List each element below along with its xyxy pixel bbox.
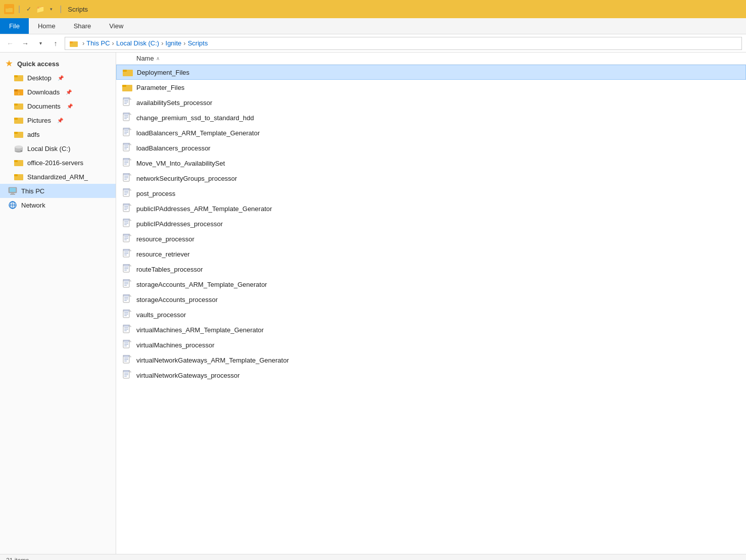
sidebar-adfs-label: adfs xyxy=(27,131,40,138)
sidebar-arm-label: Standardized_ARM_ xyxy=(27,173,88,181)
sidebar-network-label: Network xyxy=(21,201,45,209)
table-row[interactable]: virtualMachines_ARM_Template_Generator xyxy=(116,322,746,337)
sidebar-item-network[interactable]: Network xyxy=(0,198,116,212)
sort-indicator: ∧ xyxy=(156,56,160,61)
sidebar-pictures-label: Pictures xyxy=(27,117,51,124)
sidebar-item-thispc[interactable]: This PC xyxy=(0,184,116,198)
table-row[interactable]: loadBalancers_ARM_Template_Generator xyxy=(116,125,746,140)
table-row[interactable]: storageAccounts_processor xyxy=(116,292,746,307)
svg-rect-59 xyxy=(123,143,129,145)
svg-rect-101 xyxy=(123,249,129,251)
svg-rect-65 xyxy=(123,158,129,160)
path-localdisk[interactable]: Local Disk (C:) xyxy=(116,39,159,47)
table-row[interactable]: vaults_processor xyxy=(116,307,746,322)
folder-icon-tb[interactable]: 📁 xyxy=(35,5,44,14)
table-row[interactable]: post_process xyxy=(116,186,746,201)
svg-rect-89 xyxy=(123,219,129,221)
sidebar-item-desktop[interactable]: Desktop 📌 xyxy=(0,71,116,85)
svg-marker-61 xyxy=(129,158,131,160)
adfs-folder-icon xyxy=(14,130,23,139)
svg-rect-53 xyxy=(123,128,129,130)
sidebar-item-downloads[interactable]: ↓ Downloads 📌 xyxy=(0,85,116,99)
svg-rect-6 xyxy=(14,75,18,77)
sidebar-quick-access-label: Quick access xyxy=(17,60,59,68)
svg-marker-91 xyxy=(129,234,131,236)
svg-rect-27 xyxy=(10,194,15,195)
svg-rect-13 xyxy=(14,118,18,120)
svg-rect-143 xyxy=(123,355,129,357)
table-row[interactable]: routeTables_processor xyxy=(116,262,746,277)
table-row[interactable]: Deployment_Files xyxy=(116,65,746,80)
tab-view[interactable]: View xyxy=(100,18,132,34)
sidebar-item-office[interactable]: office-2016-servers xyxy=(0,156,116,170)
tab-home[interactable]: Home xyxy=(29,18,65,34)
table-row[interactable]: publicIPAddresses_ARM_Template_Generator xyxy=(116,201,746,216)
status-bar: 21 items xyxy=(0,554,746,560)
script-icon xyxy=(122,113,132,123)
file-name-label: loadBalancers_processor xyxy=(136,144,211,152)
forward-button[interactable]: → xyxy=(19,37,31,49)
address-path[interactable]: › This PC › Local Disk (C:) › Ignite › S… xyxy=(65,37,742,50)
script-icon xyxy=(122,143,132,153)
table-row[interactable]: publicIPAddresses_processor xyxy=(116,216,746,231)
svg-marker-55 xyxy=(129,143,131,145)
file-name-label: virtualMachines_ARM_Template_Generator xyxy=(136,326,264,334)
quick-access-toolbar[interactable]: ✓ 📁 ▾ xyxy=(24,5,56,14)
table-row[interactable]: resource_retriever xyxy=(116,246,746,262)
column-name-header[interactable]: Name xyxy=(136,55,154,62)
path-thispc[interactable]: This PC xyxy=(86,39,110,47)
path-scripts[interactable]: Scripts xyxy=(188,39,208,47)
svg-marker-37 xyxy=(129,97,131,99)
table-row[interactable]: Parameter_Files xyxy=(116,80,746,95)
script-icon xyxy=(122,97,132,108)
svg-marker-103 xyxy=(129,264,131,266)
sidebar-item-documents[interactable]: Documents 📌 xyxy=(0,99,116,113)
sidebar-downloads-label: Downloads xyxy=(27,88,60,96)
path-ignite[interactable]: Ignite xyxy=(166,39,182,47)
table-row[interactable]: change_premium_ssd_to_standard_hdd xyxy=(116,110,746,125)
up-button[interactable]: ↑ xyxy=(49,37,62,49)
svg-marker-49 xyxy=(129,128,131,130)
script-icon xyxy=(122,234,132,244)
table-row[interactable]: storageAccounts_ARM_Template_Generator xyxy=(116,277,746,292)
table-row[interactable]: availabilitySets_processor xyxy=(116,95,746,110)
tb-arrow[interactable]: ▾ xyxy=(46,5,56,14)
file-name-label: virtualNetworkGateways_processor xyxy=(136,372,239,379)
script-icon xyxy=(122,370,132,380)
svg-rect-23 xyxy=(14,174,18,176)
sidebar-item-adfs[interactable]: adfs xyxy=(0,127,116,141)
table-row[interactable]: networkSecurityGroups_processor xyxy=(116,171,746,186)
svg-rect-71 xyxy=(123,173,129,175)
sidebar-thispc-label: This PC xyxy=(21,187,44,195)
table-row[interactable]: Move_VM_Into_AvailabilitySet xyxy=(116,156,746,171)
status-text: 21 items xyxy=(6,557,29,561)
undo-icon[interactable]: ✓ xyxy=(24,5,33,14)
script-icon xyxy=(122,249,132,259)
table-row[interactable]: virtualNetworkGateways_processor xyxy=(116,368,746,383)
sidebar-item-pictures[interactable]: Pictures 📌 xyxy=(0,113,116,127)
svg-rect-119 xyxy=(123,294,129,296)
svg-rect-149 xyxy=(123,370,129,372)
tab-file[interactable]: File xyxy=(0,18,29,34)
file-name-label: availabilitySets_processor xyxy=(136,99,212,107)
app-icon xyxy=(4,4,14,14)
script-icon xyxy=(122,158,132,168)
back-button[interactable]: ← xyxy=(4,37,16,49)
pictures-pin-icon: 📌 xyxy=(57,118,63,123)
sidebar-item-localdisk[interactable]: Local Disk (C:) xyxy=(0,141,116,156)
sidebar-documents-label: Documents xyxy=(27,103,61,110)
recent-locations-button[interactable]: ▾ xyxy=(34,37,46,49)
svg-rect-1 xyxy=(6,8,13,12)
sidebar-item-arm[interactable]: Standardized_ARM_ xyxy=(0,170,116,184)
table-row[interactable]: resource_processor xyxy=(116,231,746,246)
svg-rect-95 xyxy=(123,234,129,236)
table-row[interactable]: loadBalancers_processor xyxy=(116,140,746,156)
svg-rect-47 xyxy=(123,113,129,115)
table-row[interactable]: virtualNetworkGateways_ARM_Template_Gene… xyxy=(116,352,746,368)
svg-rect-137 xyxy=(123,340,129,342)
svg-rect-8 xyxy=(14,89,18,91)
svg-rect-2 xyxy=(6,7,9,9)
tab-share[interactable]: Share xyxy=(65,18,101,34)
script-icon xyxy=(122,264,132,274)
table-row[interactable]: virtualMachines_processor xyxy=(116,337,746,352)
